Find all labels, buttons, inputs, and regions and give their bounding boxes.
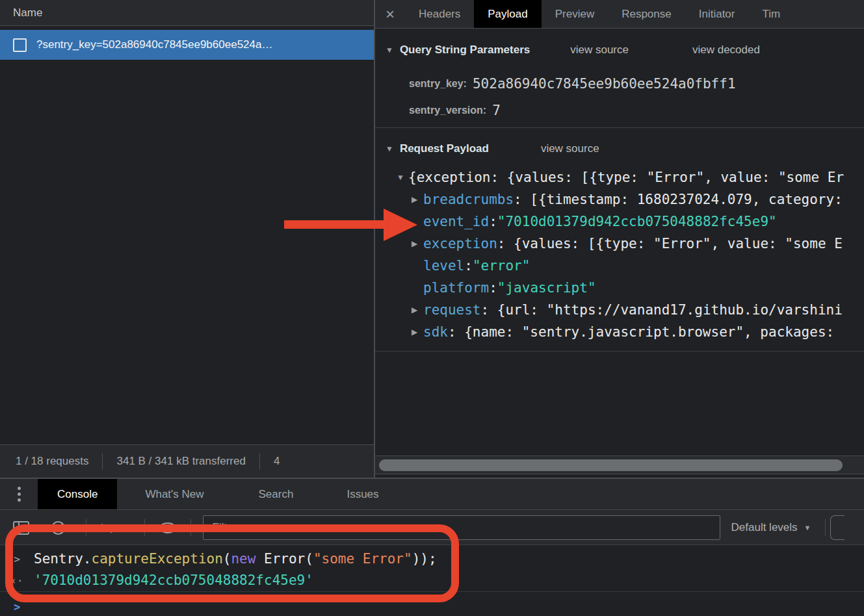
requests-count: 1 / 18 requests (16, 455, 88, 468)
token-key: exception (423, 236, 497, 251)
horizontal-scrollbar[interactable] (375, 456, 864, 474)
close-icon[interactable]: × (375, 0, 405, 28)
section-divider (375, 351, 864, 352)
token-plain: : {values: [{type: "Error", value: "some… (497, 236, 843, 251)
console-prompt-icon: > (0, 600, 34, 613)
collapse-icon[interactable]: ▼ (386, 144, 393, 153)
token-plain: : {name: "sentry.javascript.browser", pa… (448, 324, 834, 340)
token-str: "7010d01379d942ccb075048882fc45e9" (497, 214, 777, 229)
param-value: 502a86940c7845ee9b60ee524a0fbff1 (473, 76, 736, 92)
collapse-icon[interactable]: ▼ (386, 45, 393, 55)
toolbar-divider (190, 519, 191, 536)
param-key: sentry_version: (409, 105, 486, 116)
tab-response[interactable]: Response (608, 0, 685, 28)
status-divider (259, 453, 260, 470)
status-divider (102, 453, 103, 470)
tab-timing[interactable]: Tim (748, 0, 794, 28)
network-panel: Name ?sentry_key=502a86940c7845ee9b60ee5… (0, 0, 374, 478)
token-plain: : (489, 280, 497, 296)
tab-payload[interactable]: Payload (474, 0, 541, 28)
chevron-down-icon: ▼ (123, 524, 130, 532)
toolbar-divider (86, 519, 86, 536)
view-source-link[interactable]: view source (570, 44, 629, 57)
token-key: platform (423, 280, 489, 296)
expand-icon[interactable]: ▶ (412, 239, 423, 248)
query-param-row: sentry_key: 502a86940c7845ee9b60ee524a0f… (409, 73, 736, 95)
request-name-label: ?sentry_key=502a86940c7845ee9b60ee524a… (36, 38, 272, 51)
status-clipped: 4 (274, 455, 280, 468)
request-checkbox[interactable] (13, 38, 27, 52)
token-key: sdk (423, 324, 448, 340)
clear-console-icon[interactable] (51, 521, 65, 535)
tab-whats-new[interactable]: What's New (129, 479, 220, 509)
devtools-window: Name ?sentry_key=502a86940c7845ee9b60ee5… (0, 0, 864, 616)
toolbar-divider (144, 519, 145, 536)
context-label: top (101, 521, 116, 534)
token-ostr: "some Error" (313, 551, 412, 567)
console-sidebar-icon[interactable] (13, 521, 29, 535)
console-prompt-row[interactable]: > (0, 597, 34, 616)
console-filter-input[interactable] (203, 515, 720, 540)
javascript-context-selector[interactable]: top ▼ (101, 521, 130, 534)
collapse-icon[interactable]: ▼ (397, 173, 408, 182)
query-string-title: Query String Parameters (400, 44, 530, 57)
payload-tree: ▼{exception: {values: [{type: "Error", v… (375, 166, 864, 343)
token-str: '7010d01379d942ccb075048882fc45e9' (34, 572, 313, 588)
console-drawer: Console What's New Search Issues top ▼ D… (0, 478, 864, 616)
network-name-column-header[interactable]: Name (0, 0, 374, 26)
toolbar-divider (825, 519, 826, 536)
param-value: 7 (492, 103, 501, 118)
query-param-row: sentry_version: 7 (409, 99, 501, 122)
view-decoded-link[interactable]: view decoded (692, 44, 760, 57)
more-tools-menu-icon[interactable] (0, 479, 38, 509)
token-kw: new (231, 551, 255, 567)
payload-row[interactable]: ▶exception: {values: [{type: "Error", va… (375, 233, 864, 255)
token-plain: : {url: "https://vanand17.github.io/vars… (481, 302, 843, 318)
tab-headers[interactable]: Headers (405, 0, 474, 28)
query-string-section-header: ▼ Query String Parameters view source vi… (375, 39, 760, 61)
request-payload-title: Request Payload (400, 142, 489, 155)
tab-initiator[interactable]: Initiator (685, 0, 749, 28)
payload-row[interactable]: ▶sdk: {name: "sentry.javascript.browser"… (375, 321, 864, 343)
chevron-down-icon: ▼ (804, 524, 811, 532)
tab-console[interactable]: Console (38, 479, 117, 509)
scrollbar-thumb[interactable] (379, 459, 843, 471)
tab-search[interactable]: Search (242, 479, 310, 509)
console-messages: > Sentry.captureException(new Error("som… (0, 546, 864, 616)
payload-row[interactable]: ▶breadcrumbs: [{timestamp: 1680237024.07… (375, 188, 864, 211)
payload-row[interactable]: event_id: "7010d01379d942ccb075048882fc4… (375, 211, 864, 233)
console-code: Sentry.captureException(new Error("some … (34, 551, 437, 567)
token-fn: captureException (92, 551, 223, 567)
network-status-bar: 1 / 18 requests 341 B / 341 kB transferr… (0, 444, 374, 478)
token-plain: : (464, 258, 473, 274)
create-live-expression-eye-icon[interactable] (159, 522, 176, 533)
token-plain: )); (412, 551, 437, 567)
issues-button-partial[interactable] (830, 515, 844, 540)
tab-preview[interactable]: Preview (542, 0, 608, 28)
name-column-label: Name (13, 6, 42, 19)
view-source-link[interactable]: view source (541, 142, 599, 155)
token-key: event_id (423, 214, 489, 229)
token-plain: ( (223, 551, 231, 567)
expand-icon[interactable]: ▶ (412, 195, 423, 204)
console-input-message[interactable]: > Sentry.captureException(new Error("som… (0, 547, 864, 571)
tab-issues[interactable]: Issues (330, 479, 395, 509)
section-divider (375, 127, 864, 128)
log-levels-dropdown[interactable]: Default levels ▼ (731, 521, 811, 534)
console-result-message[interactable]: ‹· '7010d01379d942ccb075048882fc45e9' (0, 571, 864, 590)
expand-icon[interactable]: ▶ (412, 305, 423, 314)
console-input-chevron-icon: > (0, 553, 34, 565)
expand-icon[interactable]: ▶ (412, 327, 423, 337)
token-plain: {exception: {values: [{type: "Error", va… (408, 170, 844, 185)
network-request-row[interactable]: ?sentry_key=502a86940c7845ee9b60ee524a… (0, 30, 374, 60)
param-key: sentry_key: (409, 78, 467, 90)
payload-row[interactable]: ▼{exception: {values: [{type: "Error", v… (375, 166, 864, 188)
payload-row[interactable]: level: "error" (375, 255, 864, 277)
request-payload-section-header: ▼ Request Payload view source (375, 138, 599, 160)
transferred-size: 341 B / 341 kB transferred (116, 455, 245, 468)
console-toolbar: top ▼ Default levels ▼ (0, 511, 864, 545)
payload-row[interactable]: ▶request: {url: "https://vanand17.github… (375, 299, 864, 321)
payload-row[interactable]: platform: "javascript" (375, 277, 864, 299)
token-plain: : (489, 214, 497, 229)
console-result: '7010d01379d942ccb075048882fc45e9' (34, 572, 313, 588)
